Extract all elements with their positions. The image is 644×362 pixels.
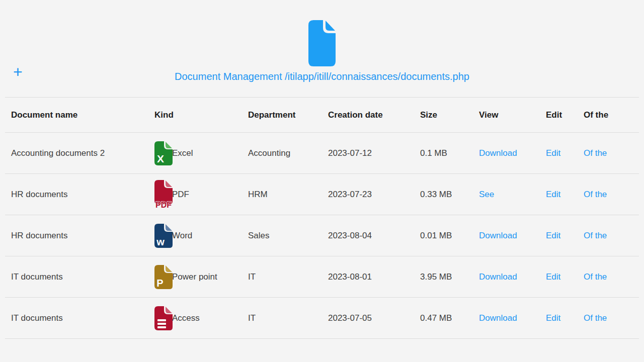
kind-label: Word [172, 231, 192, 241]
size-cell: 0.01 MB [420, 231, 479, 241]
page-title[interactable]: Document Management /itilapp/itill/conna… [175, 71, 469, 82]
of-the-link[interactable]: Of the [584, 190, 639, 200]
size-cell: 0.47 MB [420, 313, 479, 323]
column-header-edit: Edit [546, 110, 584, 120]
table-row: HR documentswWordSales2023-08-040.01 MBD… [5, 215, 639, 256]
kind-cell: PDFPDF [154, 180, 248, 209]
of-the-link[interactable]: Of the [584, 148, 639, 158]
size-cell: 0.33 MB [420, 190, 479, 200]
edit-link[interactable]: Edit [546, 272, 584, 282]
kind-cell: wWord [154, 224, 248, 248]
edit-link[interactable]: Edit [546, 148, 584, 158]
view-link[interactable]: Download [479, 148, 546, 158]
word-file-icon: w [154, 224, 173, 248]
document-management-page: + Document Management /itilapp/itill/con… [0, 0, 644, 362]
department-cell: HRM [248, 190, 328, 200]
size-cell: 3.95 MB [420, 272, 479, 282]
pdf-file-icon: PDF [154, 180, 173, 209]
column-header-kind: Kind [154, 110, 248, 120]
access-file-icon [154, 306, 173, 330]
view-link[interactable]: Download [479, 231, 546, 241]
of-the-link[interactable]: Of the [584, 272, 639, 282]
of-the-link[interactable]: Of the [584, 313, 639, 323]
creation-date-cell: 2023-07-12 [328, 148, 420, 158]
department-cell: Sales [248, 231, 328, 241]
header-center: Document Management /itilapp/itill/conna… [0, 0, 644, 82]
view-link[interactable]: See [479, 190, 546, 200]
kind-label: Excel [172, 148, 193, 158]
edit-link[interactable]: Edit [546, 313, 584, 323]
edit-link[interactable]: Edit [546, 231, 584, 241]
powerpoint-file-icon: P [154, 265, 173, 289]
svg-text:w: w [156, 236, 165, 247]
column-header-department: Department [248, 110, 328, 120]
svg-text:PDF: PDF [155, 201, 172, 209]
view-link[interactable]: Download [479, 272, 546, 282]
creation-date-cell: 2023-08-04 [328, 231, 420, 241]
table-row: IT documentsPPower pointIT2023-08-013.95… [5, 256, 639, 298]
column-header-document-name: Document name [11, 110, 154, 120]
documents-table: Document nameKindDepartmentCreation date… [5, 97, 639, 339]
table-header-row: Document nameKindDepartmentCreation date… [5, 98, 639, 133]
kind-label: Access [172, 313, 200, 323]
kind-cell: XExcel [154, 141, 248, 165]
creation-date-cell: 2023-07-05 [328, 313, 420, 323]
column-header-view: View [479, 110, 546, 120]
column-header-creation-date: Creation date [328, 110, 420, 120]
table-row: IT documentsAccessIT2023-07-050.47 MBDow… [5, 298, 639, 339]
creation-date-cell: 2023-07-23 [328, 190, 420, 200]
document-name-cell: HR documents [11, 231, 154, 241]
document-name-cell: HR documents [11, 190, 154, 200]
add-document-button[interactable]: + [13, 63, 23, 80]
column-header-size: Size [420, 110, 479, 120]
excel-file-icon: X [154, 141, 173, 165]
table-row: HR documentsPDFPDFHRM2023-07-230.33 MBSe… [5, 174, 639, 215]
document-name-cell: IT documents [11, 272, 154, 282]
column-header-of-the: Of the [584, 110, 639, 120]
creation-date-cell: 2023-08-01 [328, 272, 420, 282]
kind-label: PDF [172, 190, 189, 200]
svg-text:P: P [156, 278, 163, 289]
department-cell: IT [248, 272, 328, 282]
svg-text:X: X [157, 153, 164, 164]
kind-cell: PPower point [154, 265, 248, 289]
size-cell: 0.1 MB [420, 148, 479, 158]
view-link[interactable]: Download [479, 313, 546, 323]
document-name-cell: Accounting documents 2 [11, 148, 154, 158]
document-icon [308, 20, 336, 66]
table-row: Accounting documents 2XExcelAccounting20… [5, 133, 639, 174]
kind-cell: Access [154, 306, 248, 330]
department-cell: IT [248, 313, 328, 323]
edit-link[interactable]: Edit [546, 190, 584, 200]
of-the-link[interactable]: Of the [584, 231, 639, 241]
kind-label: Power point [172, 272, 217, 282]
document-name-cell: IT documents [11, 313, 154, 323]
page-header: + Document Management /itilapp/itill/con… [0, 0, 644, 97]
table-body: Accounting documents 2XExcelAccounting20… [5, 133, 639, 339]
department-cell: Accounting [248, 148, 328, 158]
